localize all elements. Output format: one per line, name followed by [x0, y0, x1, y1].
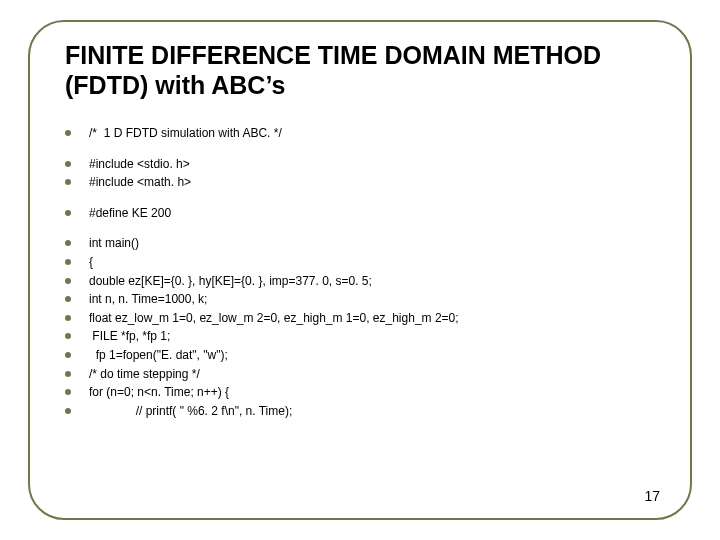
bullet-icon [65, 389, 71, 395]
bullet-icon [65, 161, 71, 167]
code-text: for (n=0; n<n. Time; n++) { [89, 383, 229, 402]
slide-title: FINITE DIFFERENCE TIME DOMAIN METHOD (FD… [65, 40, 655, 100]
code-text: /* 1 D FDTD simulation with ABC. */ [89, 124, 282, 143]
bullet-line: #include <math. h> [65, 173, 665, 192]
page-number: 17 [644, 488, 660, 504]
bullet-icon [65, 315, 71, 321]
code-text: #include <math. h> [89, 173, 191, 192]
bullet-line: double ez[KE]={0. }, hy[KE]={0. }, imp=3… [65, 272, 665, 291]
bullet-line: #define KE 200 [65, 204, 665, 223]
bullet-line: { [65, 253, 665, 272]
bullet-icon [65, 333, 71, 339]
bullet-line: int main() [65, 234, 665, 253]
bullet-group: #include <stdio. h>#include <math. h> [65, 155, 665, 192]
bullet-line: /* do time stepping */ [65, 365, 665, 384]
bullet-icon [65, 408, 71, 414]
code-text: #define KE 200 [89, 204, 171, 223]
bullet-line: FILE *fp, *fp 1; [65, 327, 665, 346]
slide-body: /* 1 D FDTD simulation with ABC. */#incl… [65, 124, 665, 420]
bullet-line: // printf( " %6. 2 f\n", n. Time); [65, 402, 665, 421]
bullet-line: int n, n. Time=1000, k; [65, 290, 665, 309]
bullet-group: int main(){double ez[KE]={0. }, hy[KE]={… [65, 234, 665, 420]
slide: FINITE DIFFERENCE TIME DOMAIN METHOD (FD… [0, 0, 720, 540]
code-text: /* do time stepping */ [89, 365, 200, 384]
bullet-line: fp 1=fopen("E. dat", "w"); [65, 346, 665, 365]
bullet-icon [65, 179, 71, 185]
bullet-line: for (n=0; n<n. Time; n++) { [65, 383, 665, 402]
code-text: fp 1=fopen("E. dat", "w"); [89, 346, 228, 365]
code-text: double ez[KE]={0. }, hy[KE]={0. }, imp=3… [89, 272, 372, 291]
bullet-icon [65, 371, 71, 377]
bullet-icon [65, 130, 71, 136]
code-text: // printf( " %6. 2 f\n", n. Time); [89, 402, 292, 421]
code-text: int n, n. Time=1000, k; [89, 290, 207, 309]
bullet-group: /* 1 D FDTD simulation with ABC. */ [65, 124, 665, 143]
code-text: #include <stdio. h> [89, 155, 190, 174]
bullet-group: #define KE 200 [65, 204, 665, 223]
bullet-line: #include <stdio. h> [65, 155, 665, 174]
bullet-icon [65, 352, 71, 358]
bullet-icon [65, 240, 71, 246]
code-text: FILE *fp, *fp 1; [89, 327, 170, 346]
code-text: int main() [89, 234, 139, 253]
bullet-icon [65, 259, 71, 265]
code-text: { [89, 253, 93, 272]
bullet-icon [65, 296, 71, 302]
bullet-line: /* 1 D FDTD simulation with ABC. */ [65, 124, 665, 143]
bullet-icon [65, 210, 71, 216]
bullet-icon [65, 278, 71, 284]
bullet-line: float ez_low_m 1=0, ez_low_m 2=0, ez_hig… [65, 309, 665, 328]
code-text: float ez_low_m 1=0, ez_low_m 2=0, ez_hig… [89, 309, 459, 328]
